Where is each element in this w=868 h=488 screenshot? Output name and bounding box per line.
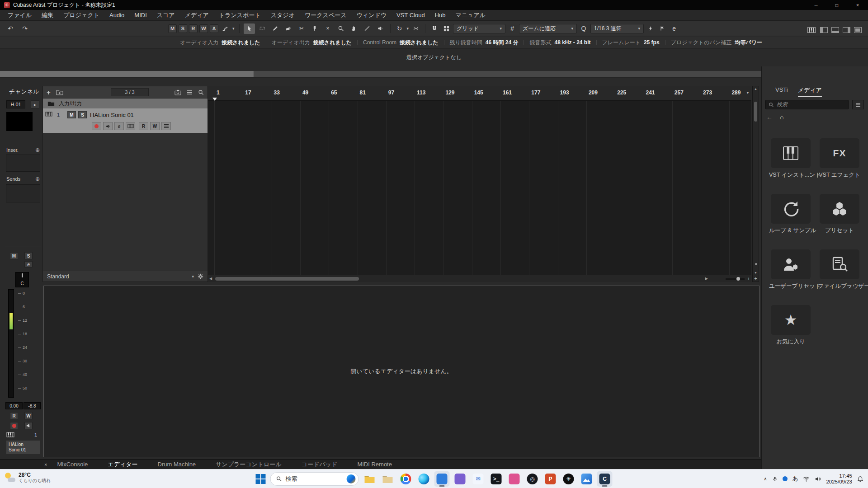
right-zone-toggle[interactable] bbox=[843, 27, 850, 33]
insert-slot[interactable] bbox=[6, 155, 40, 172]
sends-bypass-icon[interactable]: ⊕ bbox=[35, 176, 40, 182]
preset-browse-icon[interactable]: ▸ bbox=[31, 100, 39, 108]
rack-tab-media[interactable]: メディア bbox=[798, 86, 822, 97]
snap-grid-icon[interactable] bbox=[441, 23, 451, 34]
write-automation-button[interactable]: W bbox=[24, 412, 33, 419]
preset-hexagons-icon[interactable] bbox=[820, 194, 859, 224]
line-tool-button[interactable] bbox=[362, 23, 373, 34]
close-lower-zone-icon[interactable]: × bbox=[44, 462, 47, 467]
toolbar-automation-m-button[interactable]: M bbox=[168, 24, 177, 33]
menu-item-0[interactable]: ファイル bbox=[3, 10, 37, 20]
photos-app-icon[interactable] bbox=[579, 471, 594, 487]
track-read-button[interactable]: R bbox=[139, 122, 148, 130]
snap-magnet-icon[interactable] bbox=[429, 23, 439, 34]
horizontal-scrollbar[interactable]: ◀ ▶ − + bbox=[208, 275, 751, 282]
status-segment-6[interactable]: プロジェクトのパン補正均等パワー bbox=[671, 39, 762, 47]
lower-zone-tab-0[interactable]: MixConsole bbox=[57, 461, 88, 468]
media-tile-star[interactable]: ★お気に入り bbox=[769, 305, 812, 346]
use-track-preset-icon[interactable] bbox=[56, 89, 63, 95]
inserts-section-header[interactable]: Inser. ⊕ bbox=[6, 146, 40, 154]
menu-item-11[interactable]: VST Cloud bbox=[392, 10, 430, 20]
channel-mute-button[interactable]: M bbox=[10, 252, 18, 259]
lower-zone-tab-1[interactable]: エディター bbox=[108, 460, 137, 469]
scroll-left-icon[interactable]: ◀ bbox=[209, 277, 212, 281]
toolbar-automation-r-button[interactable]: R bbox=[189, 24, 198, 33]
lower-zone-tab-2[interactable]: Drum Machine bbox=[158, 461, 196, 468]
file-browser-icon[interactable] bbox=[820, 249, 859, 279]
zoom-preset-select[interactable]: ズームに適応▾ bbox=[519, 24, 577, 33]
timeline-ruler[interactable]: ▼ 11733496581971131291451611771932092252… bbox=[208, 86, 751, 101]
toolbar-automation-a-button[interactable]: A bbox=[210, 24, 218, 33]
draw-tool-button[interactable] bbox=[270, 23, 281, 34]
track-options-icon[interactable] bbox=[161, 122, 171, 130]
zone-setup-toggle[interactable] bbox=[854, 27, 862, 33]
menu-item-2[interactable]: プロジェクト bbox=[58, 10, 104, 20]
vertical-scrollbar[interactable]: ▲ ▼ + bbox=[752, 86, 759, 282]
channel-solo-button[interactable]: S bbox=[24, 252, 33, 259]
add-track-icon[interactable]: + bbox=[47, 89, 51, 96]
menu-item-9[interactable]: ワークスペース bbox=[300, 10, 352, 20]
zoom-grid-hash-icon[interactable]: # bbox=[507, 23, 517, 34]
menu-item-6[interactable]: メディア bbox=[180, 10, 214, 20]
media-tile-piano[interactable]: VST インスト...ント bbox=[769, 138, 812, 179]
taskbar-clock[interactable]: 17:45 2025/09/23 bbox=[826, 473, 852, 485]
scroll-down-icon[interactable]: ▼ bbox=[753, 271, 759, 274]
zoom-out-icon[interactable]: − bbox=[720, 276, 722, 282]
status-segment-2[interactable]: Control Room接続されました bbox=[363, 39, 438, 47]
inspector-tab-channel[interactable]: チャンネル bbox=[9, 88, 39, 96]
media-tile-preset-hexagons[interactable]: プリセット bbox=[818, 194, 861, 235]
maximize-button[interactable]: □ bbox=[826, 0, 847, 10]
marker-flag-icon[interactable] bbox=[657, 23, 667, 34]
zoom-preset-dot[interactable] bbox=[755, 263, 757, 265]
menu-item-10[interactable]: ウィンドウ bbox=[351, 10, 392, 20]
status-segment-5[interactable]: フレームレート25 fps bbox=[602, 39, 660, 47]
record-enable-button[interactable] bbox=[10, 422, 18, 429]
autoscroll-icon[interactable]: ↻ bbox=[395, 23, 405, 34]
lightning-icon[interactable] bbox=[646, 23, 656, 34]
status-segment-3[interactable]: 残り録音時間46 時間 24 分 bbox=[450, 39, 519, 47]
zoom-slider-thumb[interactable] bbox=[736, 277, 740, 281]
bluetooth-device-icon[interactable] bbox=[783, 476, 788, 481]
read-automation-button[interactable]: R bbox=[10, 412, 18, 419]
start-button[interactable] bbox=[256, 474, 266, 484]
glue-tool-button[interactable] bbox=[309, 23, 321, 34]
erase-tool-button[interactable] bbox=[283, 23, 294, 34]
inserts-bypass-icon[interactable]: ⊕ bbox=[35, 147, 40, 153]
notifications-bell-icon[interactable] bbox=[857, 476, 863, 482]
channel-name-box[interactable]: HALion Sonic 01 bbox=[6, 440, 40, 455]
track-edit-button[interactable]: e bbox=[114, 122, 124, 130]
track-picture-icon[interactable] bbox=[175, 89, 181, 95]
vertical-scroll-thumb[interactable] bbox=[754, 102, 757, 122]
undo-icon[interactable]: ↶ bbox=[5, 23, 15, 34]
vertical-zoom-in-icon[interactable]: + bbox=[753, 276, 759, 281]
tray-chevron-icon[interactable]: ∧ bbox=[764, 476, 767, 481]
range-selection-tool-button[interactable] bbox=[257, 23, 268, 34]
pan-control[interactable]: C bbox=[15, 272, 29, 287]
volume-icon[interactable] bbox=[815, 476, 821, 482]
edit-channel-settings-icon[interactable]: e bbox=[669, 23, 679, 34]
menu-item-12[interactable]: Hub bbox=[430, 10, 451, 20]
quantize-preset-select[interactable]: 1/16 3 連符▾ bbox=[590, 24, 644, 33]
edge-icon[interactable] bbox=[416, 471, 432, 487]
mute-tool-button[interactable]: × bbox=[322, 23, 334, 34]
chevron-down-icon[interactable]: ▾ bbox=[192, 274, 194, 279]
track-control-preset[interactable]: Standard bbox=[47, 273, 69, 280]
blue-app-icon[interactable] bbox=[434, 471, 450, 487]
folder-track-row[interactable]: 入力/出力 bbox=[43, 99, 208, 108]
ime-indicator[interactable]: あ bbox=[793, 475, 798, 483]
split-tool-button[interactable]: ✂ bbox=[296, 23, 307, 34]
back-icon[interactable]: ← bbox=[766, 113, 773, 121]
track-name[interactable]: HALion Sonic 01 bbox=[90, 112, 134, 118]
play-tool-button[interactable] bbox=[375, 23, 386, 34]
chatgpt-app-icon[interactable]: ✳ bbox=[561, 471, 576, 487]
menu-item-1[interactable]: 編集 bbox=[37, 10, 58, 20]
track-mute-button[interactable]: M bbox=[67, 111, 76, 118]
zoom-tool-button[interactable] bbox=[335, 23, 347, 34]
menu-item-4[interactable]: MIDI bbox=[129, 10, 151, 20]
documents-folder-icon[interactable] bbox=[380, 471, 396, 487]
ruler-options-icon[interactable]: ▼ bbox=[746, 91, 750, 95]
media-tile-fx[interactable]: FXVST エフェクト bbox=[818, 138, 861, 179]
weather-widget[interactable]: 28°C くもりのち晴れ bbox=[5, 472, 51, 483]
lower-zone-toggle[interactable] bbox=[831, 27, 839, 33]
search-filter-icon[interactable] bbox=[852, 100, 864, 109]
